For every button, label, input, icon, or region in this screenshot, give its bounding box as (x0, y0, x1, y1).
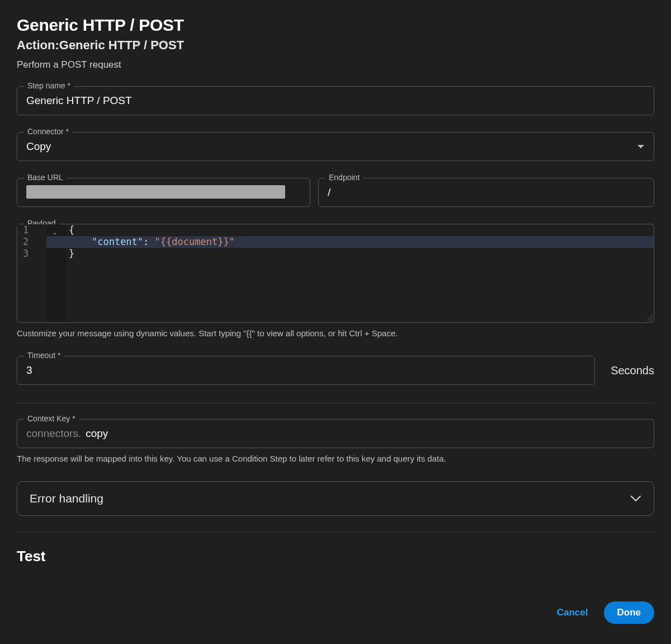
dialog-body: Generic HTTP / POST Action:Generic HTTP … (0, 0, 671, 591)
action-subtitle: Action:Generic HTTP / POST (17, 38, 654, 53)
connector-value: Copy (17, 133, 637, 161)
payload-helper: Customize your message using dynamic val… (17, 328, 654, 338)
subtitle-prefix: Action: (17, 38, 59, 52)
dropdown-caret-icon (637, 144, 654, 149)
timeout-field: Timeout * (17, 356, 595, 385)
page-title: Generic HTTP / POST (17, 16, 654, 35)
error-handling-title: Error handling (30, 492, 103, 505)
error-handling-accordion[interactable]: Error handling (17, 481, 654, 516)
timeout-row: Timeout * Seconds (17, 356, 654, 385)
context-key-field: Context Key * connectors. (17, 419, 654, 448)
step-name-label: Step name * (24, 81, 74, 90)
dialog-footer: Cancel Done (0, 591, 671, 644)
divider (17, 403, 654, 403)
timeout-input[interactable] (17, 356, 594, 384)
payload-field: Payload 1▾ 2 3 { "content": "{{document}… (17, 224, 654, 323)
code-line-3: } (69, 248, 74, 259)
endpoint-field: Endpoint (318, 178, 654, 207)
timeout-label: Timeout * (24, 351, 64, 360)
code-line-2: "content": "{{document}}" (46, 236, 654, 248)
done-button[interactable]: Done (604, 601, 655, 624)
context-key-label: Context Key * (24, 414, 79, 423)
payload-editor[interactable]: 1▾ 2 3 { "content": "{{document}}" } (17, 224, 654, 322)
endpoint-label: Endpoint (325, 173, 363, 182)
action-description: Perform a POST request (17, 59, 654, 70)
context-key-helper: The response will be mapped into this ke… (17, 454, 654, 463)
context-key-prefix: connectors. (17, 420, 81, 448)
resize-handle-icon[interactable] (645, 313, 654, 322)
base-url-label: Base URL (24, 173, 67, 182)
code-gutter: 1▾ 2 3 (17, 224, 46, 322)
step-name-input[interactable] (17, 87, 654, 115)
code-line-1: { (69, 224, 74, 236)
connector-label: Connector * (24, 127, 72, 136)
chevron-down-icon (630, 495, 641, 502)
divider-2 (17, 532, 654, 532)
timeout-unit: Seconds (611, 364, 654, 377)
base-url-redacted[interactable] (26, 185, 285, 199)
step-name-field: Step name * (17, 86, 654, 115)
context-key-input[interactable] (81, 420, 654, 448)
action-name: Generic HTTP / POST (59, 38, 184, 52)
url-row: Base URL Endpoint (17, 178, 654, 207)
endpoint-input[interactable] (319, 178, 654, 206)
code-body[interactable]: { "content": "{{document}}" } (46, 224, 654, 322)
connector-field[interactable]: Connector * Copy (17, 132, 654, 161)
test-heading: Test (17, 548, 654, 565)
http-post-dialog: Generic HTTP / POST Action:Generic HTTP … (0, 0, 671, 644)
base-url-field: Base URL (17, 178, 310, 207)
cancel-button[interactable]: Cancel (547, 601, 598, 624)
